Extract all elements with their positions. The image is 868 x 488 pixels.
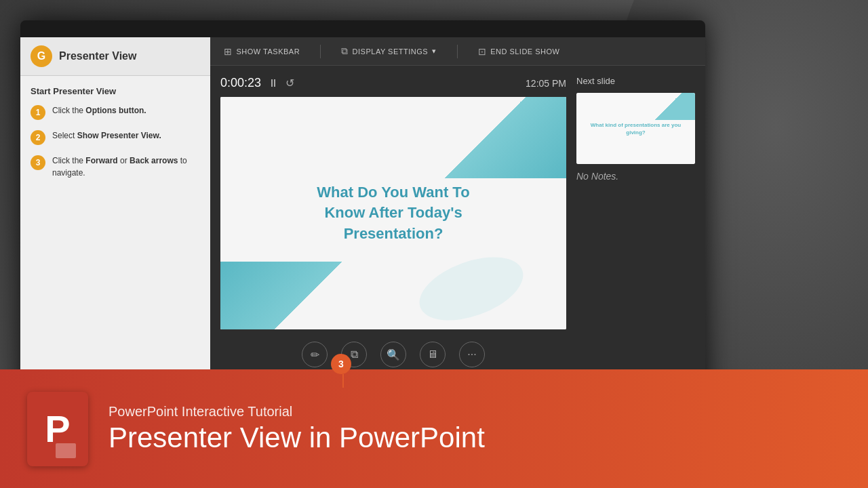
notes-section: No Notes. (576, 171, 695, 373)
step-1: 1 Click the Options button. (31, 104, 200, 120)
more-options-button[interactable]: ··· (459, 342, 485, 367)
screen-content: G Presenter View Start Presenter View 1 … (20, 37, 705, 383)
pause-button[interactable]: ⏸ (268, 77, 279, 89)
display-settings-button[interactable]: ⧉ DISPLAY SETTINGS ▾ (341, 45, 437, 57)
divider-2 (457, 45, 458, 58)
sidebar-title: Presenter View (59, 50, 136, 62)
zoom-button[interactable]: 🔍 (380, 342, 406, 367)
pen-icon: ✏ (311, 348, 319, 361)
notes-text: No Notes. (576, 171, 695, 182)
end-slide-show-button[interactable]: ⊡ END SLIDE SHOW (478, 46, 560, 57)
slide-text-content: What Do You Want To Know After Today's P… (255, 182, 532, 244)
sidebar-body: Start Presenter View 1 Click the Options… (20, 76, 210, 199)
app-logo-icon: G (31, 45, 52, 67)
thumb-text: What kind of presentations are you givin… (589, 121, 684, 136)
slide-accent-top (444, 97, 566, 178)
step-text-1: Click the Options button. (52, 104, 146, 117)
step-2: 2 Select Show Presenter View. (31, 129, 200, 145)
step-3: 3 Click the Forward or Back arrows to na… (31, 155, 200, 179)
ppt-logo-letter: P (45, 410, 70, 448)
step-text-3: Click the Forward or Back arrows to navi… (52, 155, 200, 179)
callout-badge: 3 (331, 354, 355, 388)
show-taskbar-button[interactable]: ⊞ SHOW TASKBAR (224, 46, 300, 57)
clock-display: 12:05 PM (526, 78, 566, 89)
sidebar: G Presenter View Start Presenter View 1 … (20, 37, 210, 383)
monitor-button[interactable]: 🖥 (420, 342, 446, 367)
divider-1 (320, 45, 321, 58)
reset-button[interactable]: ↺ (285, 77, 294, 89)
step-number-2: 2 (31, 130, 45, 145)
zoom-icon: 🔍 (387, 348, 400, 361)
monitor-icon: 🖥 (427, 348, 438, 361)
slide-accent-bottom (220, 262, 356, 329)
main-area: ⊞ SHOW TASKBAR ⧉ DISPLAY SETTINGS ▾ ⊡ EN… (210, 37, 705, 383)
banner-title: Presenter View in PowerPoint (108, 422, 485, 453)
slide-title: What Do You Want To Know After Today's P… (255, 182, 532, 244)
slide-viewer: 0:00:23 ⏸ ↺ 12:05 PM (220, 76, 566, 373)
ppt-logo: P (27, 392, 88, 466)
timer-display: 0:00:23 (220, 76, 261, 90)
banner-subtitle: PowerPoint Interactive Tutorial (108, 404, 485, 420)
step-text-2: Select Show Presenter View. (52, 129, 161, 142)
dropdown-arrow-icon: ▾ (432, 47, 437, 56)
next-slide-thumbnail: What kind of presentations are you givin… (576, 93, 695, 164)
step-number-3: 3 (31, 155, 45, 170)
slide-display: What Do You Want To Know After Today's P… (220, 97, 566, 329)
next-slide-label: Next slide (576, 76, 695, 86)
taskbar-icon: ⊞ (224, 46, 233, 57)
pen-tool-button[interactable]: ✏ (302, 342, 328, 367)
timer-controls: 0:00:23 ⏸ ↺ (220, 76, 294, 90)
step-number-1: 1 (31, 105, 45, 120)
right-panel: Next slide What kind of presentations ar… (576, 76, 695, 373)
thumb-accent (654, 93, 695, 120)
banner-text: PowerPoint Interactive Tutorial Presente… (108, 404, 485, 453)
sidebar-header: G Presenter View (20, 37, 210, 76)
toolbar: ⊞ SHOW TASKBAR ⧉ DISPLAY SETTINGS ▾ ⊡ EN… (210, 37, 705, 66)
section-title: Start Presenter View (31, 86, 200, 96)
timer-bar: 0:00:23 ⏸ ↺ 12:05 PM (220, 76, 566, 90)
callout-number: 3 (331, 354, 351, 374)
ellipsis-icon: ··· (467, 348, 476, 361)
bottom-banner: P PowerPoint Interactive Tutorial Presen… (0, 369, 868, 488)
slide-controls: ✏ ⧉ 🔍 🖥 ··· (220, 336, 566, 373)
display-icon: ⧉ (341, 45, 349, 57)
content-area: 0:00:23 ⏸ ↺ 12:05 PM (210, 66, 705, 383)
presenter-app: G Presenter View Start Presenter View 1 … (20, 37, 705, 383)
callout-pin-stem (342, 374, 344, 388)
ppt-logo-chart (56, 443, 76, 458)
slideshow-icon: ⊡ (478, 46, 487, 57)
